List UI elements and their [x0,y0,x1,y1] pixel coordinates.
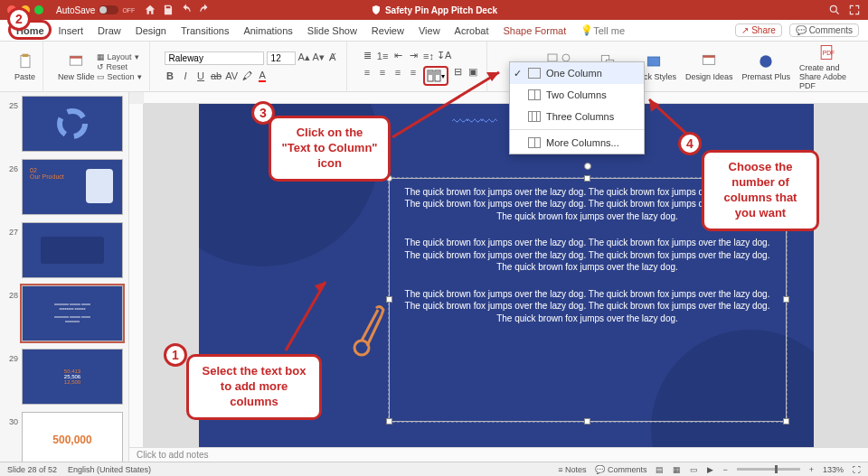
zoom-level[interactable]: 133% [823,465,844,474]
language-status[interactable]: English (United States) [68,465,151,474]
premast-button[interactable]: Premast Plus [741,52,790,81]
thumb-30-text: 500,000 [52,434,91,446]
zoom-out[interactable]: − [722,465,727,474]
reset-button[interactable]: ↺ Reset [97,62,142,71]
resize-handle[interactable] [386,418,392,425]
font-color-icon[interactable]: A [257,70,269,81]
thumb-num: 25 [4,96,18,152]
numbering-icon[interactable]: 1≡ [377,50,389,61]
tab-review[interactable]: Review [364,20,411,42]
annotation-arrow-3 [389,69,506,141]
redo-icon[interactable] [198,4,211,16]
design-ideas-button[interactable]: Design Ideas [685,52,733,81]
tab-acrobat[interactable]: Acrobat [448,20,496,42]
paragraph-3[interactable]: The quick brown fox jumps over the lazy … [390,281,786,332]
resize-handle[interactable] [386,296,392,303]
autosave-toggle[interactable]: AutoSave OFF [56,5,135,15]
resize-handle[interactable] [783,418,789,425]
tab-slideshow[interactable]: Slide Show [300,20,364,42]
autosave-switch[interactable] [99,5,118,14]
search-icon[interactable] [828,4,841,16]
normal-view-icon[interactable]: ▤ [656,465,664,474]
tab-view[interactable]: View [411,20,448,42]
decrease-font-icon[interactable]: A▾ [313,51,325,63]
align-center-icon[interactable]: ≡ [377,66,389,78]
reset-label: Reset [107,62,128,71]
svg-rect-2 [22,53,28,56]
thumb-25[interactable] [22,96,123,152]
strike-icon[interactable]: ab [211,70,222,81]
thumb-27[interactable] [22,222,123,278]
tab-shape-format[interactable]: Shape Format [496,20,574,42]
callout-3-line2: "Text to Column" icon [282,141,378,170]
indent-left-icon[interactable]: ⇤ [392,50,404,61]
tab-design[interactable]: Design [128,20,174,42]
bullets-icon[interactable]: ≣ [362,50,373,61]
tell-me[interactable]: 💡 Tell me [573,20,632,42]
document-title: Safety Pin App Pitch Deck [371,5,497,15]
share-button[interactable]: ↗ Share [735,23,781,37]
thumb-num: 30 [4,412,18,462]
reading-view-icon[interactable]: ▭ [690,465,698,474]
align-left-icon[interactable]: ≡ [362,66,373,78]
save-icon[interactable] [162,4,175,16]
layout-button[interactable]: ▦ Layout ▾ [97,52,142,61]
annotation-callout-1: Select the text box to add more columns [186,354,322,420]
paragraph-2[interactable]: The quick brown fox jumps over the lazy … [390,229,786,281]
clear-format-icon[interactable]: A̸ [327,51,339,63]
increase-font-icon[interactable]: A▴ [298,51,310,63]
notes-pane[interactable]: Click to add notes [129,447,868,462]
zoom-in[interactable]: + [809,465,814,474]
three-columns-item[interactable]: Three Columns [510,106,644,127]
paste-button[interactable]: Paste [14,52,35,81]
tab-draw[interactable]: Draw [90,20,128,42]
resize-handle[interactable] [584,175,590,182]
tab-insert[interactable]: Insert [52,20,91,42]
undo-icon[interactable] [180,4,193,16]
tab-transitions[interactable]: Transitions [174,20,236,42]
line-spacing-icon[interactable]: ≡↕ [423,50,435,61]
sorter-view-icon[interactable]: ▦ [673,465,681,474]
resize-handle[interactable] [584,418,590,425]
svg-point-18 [760,55,772,67]
tab-animations[interactable]: Animations [236,20,299,42]
new-slide-button[interactable]: New Slide [58,52,95,81]
indent-right-icon[interactable]: ⇥ [408,50,420,61]
one-column-item[interactable]: One Column [510,62,644,84]
thumb-30[interactable]: 500,000 [22,412,123,462]
font-select[interactable]: Raleway [165,51,264,65]
slideshow-view-icon[interactable]: ▶ [707,465,713,474]
home-icon[interactable] [144,4,156,16]
rotate-handle[interactable] [584,163,591,170]
zoom-slider[interactable] [737,468,800,471]
comments-label: Comments [809,25,853,35]
thumb-26[interactable]: 02Our Product [22,159,123,215]
fit-to-window-icon[interactable]: ⛶ [853,465,861,474]
two-columns-item[interactable]: Two Columns [510,84,644,106]
thumb-num: 26 [4,159,18,215]
expand-icon[interactable] [848,4,861,16]
thumb-29[interactable]: 50,41325,50612,500 [22,349,123,405]
thumb-num: 29 [4,349,18,405]
svg-point-21 [60,111,85,136]
underline-icon[interactable]: U [195,70,207,81]
notes-toggle[interactable]: ≡ Notes [558,465,586,474]
slide-thumbnails[interactable]: 25 2602Our Product 27 28xxxxxxxx xxxxxx … [0,92,129,462]
maximize-window[interactable] [34,5,43,14]
resize-handle[interactable] [783,296,789,303]
svg-rect-11 [548,54,557,61]
comments-toggle[interactable]: 💬 Comments [595,465,646,474]
text-direction-icon[interactable]: ↧A [439,50,450,61]
section-label: Section [108,72,135,81]
italic-icon[interactable]: I [180,70,192,81]
section-button[interactable]: ▭ Section ▾ [97,72,142,81]
more-columns-item[interactable]: More Columns... [510,132,644,154]
font-size-select[interactable]: 12 [267,51,296,65]
comments-button[interactable]: 💬 Comments [789,23,859,37]
highlight-icon[interactable]: 🖍 [241,70,253,81]
safety-pin-icon [353,303,389,357]
adobe-pdf-button[interactable]: PDFCreate and Share Adobe PDF [799,43,854,90]
shadow-icon[interactable]: AV [226,70,238,81]
thumb-28[interactable]: xxxxxxxx xxxxxx xxxxxxxxxxxxx xxxxxxxxxx… [22,285,123,341]
bold-icon[interactable]: B [165,70,176,81]
